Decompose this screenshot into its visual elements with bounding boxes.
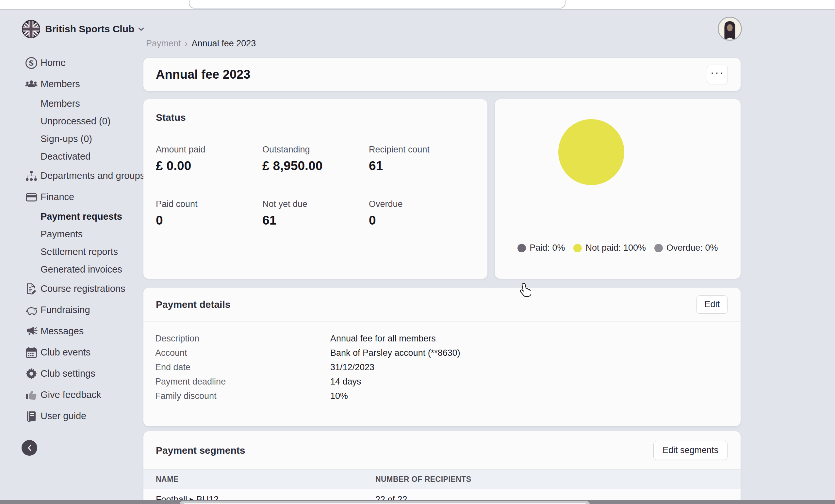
metric-outstanding: Outstanding £ 8,950.00 — [262, 145, 369, 173]
detail-row-account: Account Bank of Parsley account (**8630) — [155, 346, 730, 360]
sidebar-item-departments-and-groups[interactable]: Departments and groups — [0, 165, 144, 186]
edit-segments-button[interactable]: Edit segments — [653, 441, 728, 460]
calendar-icon — [25, 346, 38, 359]
metric-overdue: Overdue 0 — [369, 199, 475, 228]
breadcrumb-current: Annual fee 2023 — [192, 39, 256, 48]
donut-chart — [558, 119, 624, 185]
chart-legend: Paid: 0% Not paid: 100% Overdue: 0% — [495, 243, 740, 253]
legend-item-not-paid: Not paid: 100% — [573, 243, 646, 253]
sidebar-item-settlement-reports[interactable]: Settlement reports — [0, 243, 144, 260]
browser-url-bar-fragment — [189, 0, 566, 8]
sidebar-item-user-guide[interactable]: User guide — [0, 405, 144, 427]
column-header-name: NAME — [143, 475, 375, 484]
sidebar-item-club-settings[interactable]: Club settings — [0, 363, 144, 384]
sidebar-item-home[interactable]: S Home — [0, 52, 144, 74]
page-title: Annual fee 2023 — [156, 67, 250, 82]
payment-details-title: Payment details — [156, 299, 230, 310]
paid-legend-dot-icon — [517, 244, 526, 252]
payment-segments-title: Payment segments — [156, 445, 245, 456]
metric-recipient-count: Recipient count 61 — [369, 145, 475, 173]
people-icon — [25, 78, 38, 91]
legend-item-overdue: Overdue: 0% — [654, 243, 718, 253]
sidebar-item-fundraising[interactable]: Fundraising — [0, 299, 144, 320]
breadcrumb: Payment›Annual fee 2023 — [146, 39, 256, 49]
not-paid-legend-dot-icon — [573, 244, 582, 252]
chevron-left-icon — [27, 444, 32, 451]
edit-payment-details-button[interactable]: Edit — [696, 295, 728, 314]
sidebar-item-members[interactable]: Members — [0, 74, 144, 94]
more-actions-button[interactable]: ··· — [707, 65, 728, 84]
book-icon — [25, 410, 38, 423]
club-name: British Sports Club — [45, 23, 134, 35]
overdue-legend-dot-icon — [654, 244, 663, 252]
sidebar-item-payment-requests[interactable]: Payment requests — [0, 208, 144, 225]
thumbs-up-icon — [25, 388, 38, 401]
sidebar-item-deactivated[interactable]: Deactivated — [0, 148, 144, 165]
detail-row-description: Description Annual fee for all members — [155, 331, 730, 346]
megaphone-icon — [25, 325, 38, 338]
sidebar-item-finance[interactable]: Finance — [0, 186, 144, 208]
metric-not-yet-due: Not yet due 61 — [262, 199, 369, 228]
sidebar-collapse-button[interactable] — [22, 440, 37, 456]
sidebar-item-course-registrations[interactable]: Course registrations — [0, 278, 144, 299]
status-card: Status Amount paid £ 0.00 Outstanding £ … — [143, 99, 487, 279]
detail-row-payment-deadline: Payment deadline 14 days — [155, 374, 730, 389]
detail-row-family-discount: Family discount 10% — [155, 389, 730, 403]
browser-top-strip — [0, 0, 835, 10]
window-edge-bar — [0, 500, 835, 504]
sidebar-item-messages[interactable]: Messages — [0, 320, 144, 342]
club-switcher[interactable]: British Sports Club — [22, 20, 144, 39]
sidebar-item-payments[interactable]: Payments — [0, 225, 144, 243]
credit-card-icon — [25, 191, 38, 204]
sidebar-item-members-all[interactable]: Members — [0, 94, 144, 112]
sidebar-item-sign-ups[interactable]: Sign-ups (0) — [0, 130, 144, 148]
org-chart-icon — [25, 169, 38, 183]
chevron-down-icon — [138, 27, 144, 31]
payment-details-card: Payment details Edit Description Annual … — [143, 288, 740, 426]
breadcrumb-parent[interactable]: Payment — [146, 39, 181, 48]
document-pencil-icon — [25, 282, 38, 295]
sidebar-nav: S Home Members Members Unprocessed (0) S… — [0, 52, 144, 427]
avatar-photo — [719, 18, 741, 40]
sidebar-item-unprocessed[interactable]: Unprocessed (0) — [0, 112, 144, 130]
status-card-title: Status — [156, 112, 186, 123]
status-metrics: Amount paid £ 0.00 Outstanding £ 8,950.0… — [156, 145, 475, 228]
piggy-bank-icon — [25, 303, 38, 317]
user-avatar[interactable] — [718, 17, 742, 41]
svg-text:S: S — [29, 59, 34, 67]
sidebar: British Sports Club S Home Members Membe… — [0, 10, 144, 504]
metric-amount-paid: Amount paid £ 0.00 — [156, 145, 262, 173]
payment-status-chart-card: Paid: 0% Not paid: 100% Overdue: 0% — [495, 99, 740, 279]
legend-item-paid: Paid: 0% — [517, 243, 565, 253]
sidebar-item-generated-invoices[interactable]: Generated invoices — [0, 260, 144, 278]
payment-details-rows: Description Annual fee for all members A… — [155, 331, 730, 403]
breadcrumb-separator: › — [185, 39, 188, 48]
spond-logo-icon: S — [25, 57, 38, 69]
payment-segments-card: Payment segments Edit segments NAME NUMB… — [143, 431, 740, 504]
metric-paid-count: Paid count 0 — [156, 199, 262, 228]
detail-row-end-date: End date 31/12/2023 — [155, 360, 730, 374]
gear-icon — [25, 367, 38, 380]
segments-table-header: NAME NUMBER OF RECIPIENTS — [143, 469, 740, 489]
club-logo-union-jack-icon — [22, 20, 41, 39]
column-header-recipients: NUMBER OF RECIPIENTS — [375, 475, 471, 484]
sidebar-item-club-events[interactable]: Club events — [0, 342, 144, 363]
page-title-card: Annual fee 2023 ··· — [143, 58, 740, 91]
sidebar-item-give-feedback[interactable]: Give feedback — [0, 384, 144, 405]
